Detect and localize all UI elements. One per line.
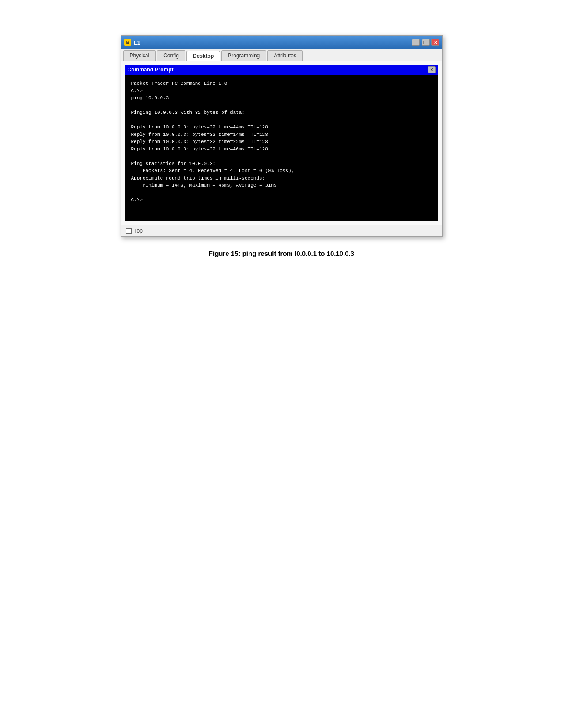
- command-prompt-title: Command Prompt: [128, 67, 174, 73]
- close-window-button[interactable]: ✕: [431, 39, 439, 46]
- minimize-button[interactable]: —: [412, 39, 420, 46]
- bottom-bar: Top: [121, 225, 442, 236]
- tabs-bar: Physical Config Desktop Programming Attr…: [121, 49, 442, 61]
- figure-caption: Figure 15: ping result from l0.0.0.1 to …: [209, 250, 354, 257]
- tab-attributes[interactable]: Attributes: [267, 50, 303, 61]
- packet-tracer-window: 🖥 L1 — ❐ ✕ Physical Config Desktop Progr…: [121, 35, 443, 237]
- command-prompt-close-button[interactable]: X: [428, 66, 436, 73]
- terminal-output[interactable]: Packet Tracer PC Command Line 1.0 C:\> p…: [125, 75, 438, 221]
- command-prompt-bar: Command Prompt X: [125, 65, 438, 75]
- window-icon: 🖥: [124, 39, 131, 46]
- top-checkbox[interactable]: [126, 228, 132, 234]
- tab-config[interactable]: Config: [157, 50, 185, 61]
- title-bar-controls: — ❐ ✕: [412, 39, 439, 46]
- tab-physical[interactable]: Physical: [123, 50, 156, 61]
- tab-desktop[interactable]: Desktop: [186, 51, 220, 61]
- window-body: Command Prompt X Packet Tracer PC Comman…: [121, 61, 442, 225]
- window-title: L1: [134, 39, 140, 46]
- top-label: Top: [134, 228, 143, 234]
- tab-programming[interactable]: Programming: [221, 50, 266, 61]
- restore-button[interactable]: ❐: [422, 39, 430, 46]
- title-bar: 🖥 L1 — ❐ ✕: [121, 36, 442, 49]
- title-bar-left: 🖥 L1: [124, 39, 140, 46]
